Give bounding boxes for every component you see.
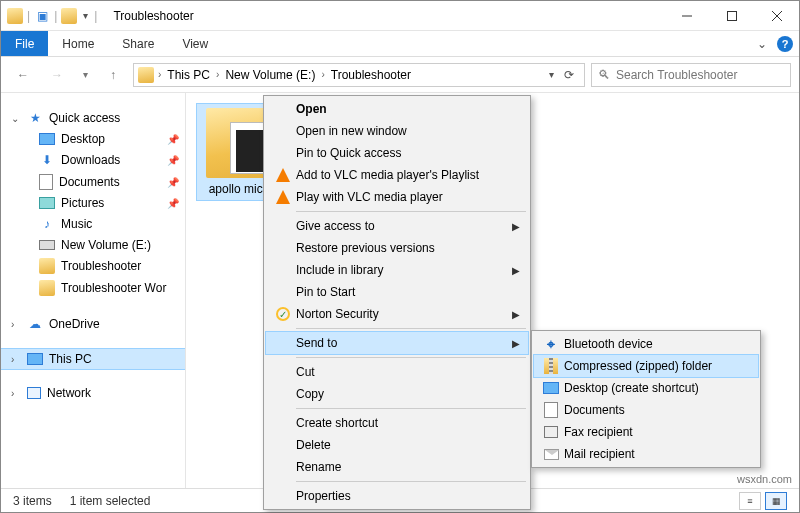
nav-downloads[interactable]: ⬇Downloads📌 xyxy=(1,149,185,171)
ctx-delete[interactable]: Delete xyxy=(266,434,528,456)
crumb-volume[interactable]: New Volume (E:) xyxy=(223,68,317,82)
nav-label: This PC xyxy=(49,352,92,366)
sendto-compressed-zip[interactable]: Compressed (zipped) folder xyxy=(534,355,758,377)
address-bar[interactable]: › This PC › New Volume (E:) › Troublesho… xyxy=(133,63,585,87)
nav-label: Desktop xyxy=(61,132,105,146)
tab-view[interactable]: View xyxy=(168,32,222,56)
help-icon[interactable]: ? xyxy=(777,36,793,52)
ctx-include-library[interactable]: Include in library▶ xyxy=(266,259,528,281)
qat-overflow-icon[interactable]: ▾ xyxy=(81,10,90,21)
maximize-button[interactable] xyxy=(709,1,754,31)
quick-access-toolbar: | ▣ | ▾ | xyxy=(1,8,103,24)
ctx-vlc-play[interactable]: Play with VLC media player xyxy=(266,186,528,208)
minimize-icon xyxy=(682,11,692,21)
nav-back-button[interactable]: ← xyxy=(9,61,37,89)
nav-troubleshooter[interactable]: Troubleshooter xyxy=(1,255,185,277)
crumb-troubleshooter[interactable]: Troubleshooter xyxy=(329,68,413,82)
ctx-pin-quick-access[interactable]: Pin to Quick access xyxy=(266,142,528,164)
forward-arrow-icon: → xyxy=(51,68,63,82)
nav-network[interactable]: ›Network xyxy=(1,383,185,403)
ctx-pin-start[interactable]: Pin to Start xyxy=(266,281,528,303)
nav-forward-button[interactable]: → xyxy=(43,61,71,89)
nav-up-button[interactable]: ↑ xyxy=(99,61,127,89)
ribbon-help: ⌄ ? xyxy=(757,36,793,52)
sendto-documents[interactable]: Documents xyxy=(534,399,758,421)
minimize-button[interactable] xyxy=(664,1,709,31)
ctx-norton[interactable]: ✓Norton Security▶ xyxy=(266,303,528,325)
caret-icon: ⌄ xyxy=(11,113,21,124)
tab-share[interactable]: Share xyxy=(108,32,168,56)
title-bar: | ▣ | ▾ | Troubleshooter xyxy=(1,1,799,31)
search-box[interactable]: 🔍︎ Search Troubleshooter xyxy=(591,63,791,87)
submenu-arrow-icon: ▶ xyxy=(512,265,520,276)
nav-pictures[interactable]: Pictures📌 xyxy=(1,193,185,213)
file-tab[interactable]: File xyxy=(1,31,48,56)
folder-icon xyxy=(138,67,154,83)
crumb-this-pc[interactable]: This PC xyxy=(165,68,212,82)
ctx-open-new-window[interactable]: Open in new window xyxy=(266,120,528,142)
ctx-cut[interactable]: Cut xyxy=(266,361,528,383)
bluetooth-icon: ⌖ xyxy=(547,336,555,353)
nav-label: Troubleshooter xyxy=(61,259,141,273)
ctx-vlc-playlist[interactable]: Add to VLC media player's Playlist xyxy=(266,164,528,186)
documents-icon xyxy=(39,174,53,190)
ctx-properties[interactable]: Properties xyxy=(266,485,528,507)
folder-icon[interactable] xyxy=(61,8,77,24)
status-selected-count: 1 item selected xyxy=(70,494,151,508)
zip-icon xyxy=(544,358,558,374)
ctx-restore-versions[interactable]: Restore previous versions xyxy=(266,237,528,259)
up-arrow-icon: ↑ xyxy=(110,68,116,82)
nav-onedrive[interactable]: ›☁OneDrive xyxy=(1,313,185,335)
chevron-down-icon: ▾ xyxy=(83,69,88,80)
ctx-open[interactable]: Open xyxy=(266,98,528,120)
qat-separator: | xyxy=(94,9,97,23)
refresh-icon[interactable]: ⟳ xyxy=(560,68,578,82)
nav-quick-access[interactable]: ⌄★Quick access xyxy=(1,107,185,129)
view-details-button[interactable]: ≡ xyxy=(739,492,761,510)
sendto-desktop-shortcut[interactable]: Desktop (create shortcut) xyxy=(534,377,758,399)
nav-this-pc[interactable]: ›This PC xyxy=(1,349,185,369)
nav-troubleshooter-wor[interactable]: Troubleshooter Wor xyxy=(1,277,185,299)
sendto-fax[interactable]: Fax recipient xyxy=(534,421,758,443)
view-icons-button[interactable]: ▦ xyxy=(765,492,787,510)
this-pc-icon xyxy=(27,353,43,365)
properties-icon[interactable]: ▣ xyxy=(34,8,50,24)
address-bar-row: ← → ▾ ↑ › This PC › New Volume (E:) › Tr… xyxy=(1,57,799,93)
context-menu: Open Open in new window Pin to Quick acc… xyxy=(263,95,531,510)
nav-label: OneDrive xyxy=(49,317,100,331)
crumb-sep-icon: › xyxy=(216,69,219,80)
grid-view-icon: ▦ xyxy=(772,496,781,506)
sendto-mail[interactable]: Mail recipient xyxy=(534,443,758,465)
music-icon: ♪ xyxy=(39,216,55,232)
ctx-send-to[interactable]: Send to▶ xyxy=(266,332,528,354)
nav-label: New Volume (E:) xyxy=(61,238,151,252)
ctx-create-shortcut[interactable]: Create shortcut xyxy=(266,412,528,434)
pin-icon: 📌 xyxy=(167,198,179,209)
pin-icon: 📌 xyxy=(167,155,179,166)
mail-icon xyxy=(544,449,559,460)
ctx-copy[interactable]: Copy xyxy=(266,383,528,405)
send-to-submenu: ⌖Bluetooth device Compressed (zipped) fo… xyxy=(531,330,761,468)
nav-label: Pictures xyxy=(61,196,104,210)
nav-label: Quick access xyxy=(49,111,120,125)
search-icon: 🔍︎ xyxy=(598,68,610,82)
nav-desktop[interactable]: Desktop📌 xyxy=(1,129,185,149)
crumb-sep-icon: › xyxy=(321,69,324,80)
ctx-give-access[interactable]: Give access to▶ xyxy=(266,215,528,237)
address-dropdown-icon[interactable]: ▾ xyxy=(545,69,558,80)
nav-new-volume[interactable]: New Volume (E:) xyxy=(1,235,185,255)
nav-music[interactable]: ♪Music xyxy=(1,213,185,235)
pin-icon: 📌 xyxy=(167,177,179,188)
status-item-count: 3 items xyxy=(13,494,52,508)
nav-documents[interactable]: Documents📌 xyxy=(1,171,185,193)
ribbon-expand-icon[interactable]: ⌄ xyxy=(757,37,767,51)
ctx-rename[interactable]: Rename xyxy=(266,456,528,478)
nav-recent-button[interactable]: ▾ xyxy=(77,61,93,89)
tab-home[interactable]: Home xyxy=(48,32,108,56)
crumb-label: New Volume (E:) xyxy=(225,68,315,82)
caret-icon: › xyxy=(11,388,21,399)
close-button[interactable] xyxy=(754,1,799,31)
search-placeholder: Search Troubleshooter xyxy=(616,68,737,82)
sendto-bluetooth[interactable]: ⌖Bluetooth device xyxy=(534,333,758,355)
qat-separator: | xyxy=(27,9,30,23)
